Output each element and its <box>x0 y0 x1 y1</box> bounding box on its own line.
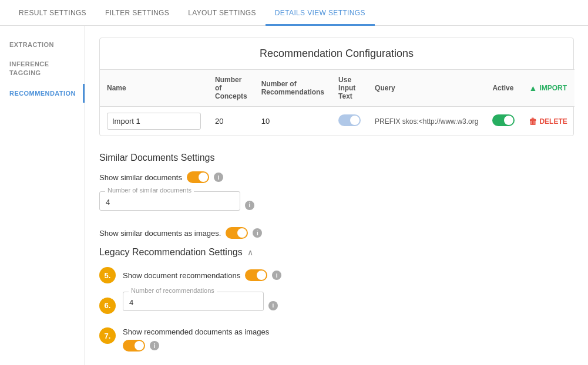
top-nav: RESULT SETTINGS FILTER SETTINGS LAYOUT S… <box>0 0 588 26</box>
show-similar-docs-images-info-icon[interactable]: i <box>253 228 262 238</box>
show-rec-images-group: Show recommended documents as images i <box>123 327 269 352</box>
show-similar-docs-toggle[interactable] <box>187 171 209 183</box>
num-rec-wrap: Number of recommendations <box>123 292 264 311</box>
num-similar-docs-info-icon[interactable]: i <box>245 201 254 210</box>
show-similar-docs-row: Show similar documents i <box>99 171 574 183</box>
main-content: Recommendation Configurations Name Numbe… <box>85 26 588 365</box>
col-concepts: Number ofConcepts <box>208 70 254 107</box>
sidebar-item-recommendation[interactable]: RECOMMENDATION <box>0 84 85 103</box>
col-query: Query <box>368 70 485 107</box>
num-rec-row: Number of recommendations i <box>123 292 278 319</box>
name-input[interactable] <box>107 113 201 130</box>
step7-badge: 7. <box>99 327 116 344</box>
legacy-title: Legacy Recommendation Settings <box>99 247 243 258</box>
num-rec-input[interactable] <box>123 292 264 311</box>
show-rec-images-label: Show recommended documents as images <box>123 327 269 336</box>
col-name: Name <box>100 70 208 107</box>
step6-row: 6. Number of recommendations i <box>99 292 574 319</box>
col-active: Active <box>485 70 522 107</box>
show-similar-docs-images-label: Show similar documents as images. <box>99 229 221 238</box>
import-icon: ▲ <box>529 83 537 93</box>
show-similar-docs-images-row: Show similar documents as images. i <box>99 227 574 239</box>
tab-result-settings[interactable]: RESULT SETTINGS <box>9 9 96 26</box>
step5-badge: 5. <box>99 267 116 283</box>
col-import-header: ▲ IMPORT <box>522 70 574 107</box>
rec-config-table: Name Number ofConcepts Number ofRecommen… <box>100 69 574 136</box>
col-recommendations: Number ofRecommendations <box>254 70 331 107</box>
similar-docs-section: Similar Documents Settings Show similar … <box>99 153 574 239</box>
num-similar-docs-row: Number of similar documents i <box>99 191 574 219</box>
tab-filter-settings[interactable]: FILTER SETTINGS <box>96 9 179 26</box>
tab-layout-settings[interactable]: LAYOUT SETTINGS <box>179 9 266 26</box>
legacy-rec-section: Legacy Recommendation Settings ∧ 5. Show… <box>99 247 574 352</box>
num-similar-docs-label: Number of similar documents <box>105 187 194 194</box>
similar-docs-title: Similar Documents Settings <box>99 153 574 163</box>
legacy-header: Legacy Recommendation Settings ∧ <box>99 247 574 258</box>
num-similar-docs-wrap: Number of similar documents <box>99 191 240 211</box>
show-rec-images-toggle[interactable] <box>123 340 145 352</box>
active-toggle[interactable] <box>492 114 515 126</box>
show-doc-rec-info-icon[interactable]: i <box>272 271 281 280</box>
row-recommendations-cell: 10 <box>254 107 331 136</box>
row-delete-cell: 🗑 DELETE <box>522 107 574 136</box>
step7-row: 7. Show recommended documents as images … <box>99 327 574 352</box>
show-doc-rec-label: Show document recommendations <box>123 271 240 280</box>
step6-badge: 6. <box>99 298 116 314</box>
num-similar-docs-input[interactable] <box>99 191 240 211</box>
show-rec-images-info-icon[interactable]: i <box>150 341 159 350</box>
sidebar: EXTRACTION INFERENCE TAGGING RECOMMENDAT… <box>0 26 85 365</box>
row-name-cell <box>100 107 208 136</box>
delete-icon: 🗑 <box>529 117 537 126</box>
use-input-text-toggle[interactable] <box>338 114 361 126</box>
show-similar-docs-info-icon[interactable]: i <box>214 173 223 182</box>
step5-row: 5. Show document recommendations i <box>99 267 574 283</box>
collapse-icon[interactable]: ∧ <box>247 248 253 257</box>
rec-config-section: Recommendation Configurations Name Numbe… <box>99 38 574 136</box>
col-use-input-text: Use Input Text <box>331 70 368 107</box>
show-doc-rec-toggle[interactable] <box>245 269 267 281</box>
import-button[interactable]: ▲ IMPORT <box>529 83 567 93</box>
row-concepts-cell: 20 <box>208 107 254 136</box>
sidebar-item-extraction[interactable]: EXTRACTION <box>0 35 85 54</box>
row-active-cell <box>485 107 522 136</box>
row-query-cell: PREFIX skos:<http://www.w3.org <box>368 107 485 136</box>
show-similar-docs-images-toggle[interactable] <box>226 227 248 239</box>
num-rec-info-icon[interactable]: i <box>268 301 278 310</box>
main-layout: EXTRACTION INFERENCE TAGGING RECOMMENDAT… <box>0 26 588 365</box>
tab-details-view-settings[interactable]: DETAILS VIEW SETTINGS <box>266 9 375 26</box>
show-similar-docs-label: Show similar documents <box>99 173 182 182</box>
rec-config-title: Recommendation Configurations <box>100 38 573 69</box>
delete-button[interactable]: 🗑 DELETE <box>529 117 567 126</box>
query-text: PREFIX skos:<http://www.w3.org <box>375 117 478 126</box>
row-use-input-text-cell <box>331 107 368 136</box>
num-rec-label: Number of recommendations <box>129 287 217 294</box>
table-row: 20 10 PREFIX skos:<http://www.w3.org <box>100 107 574 136</box>
sidebar-item-inference-tagging[interactable]: INFERENCE TAGGING <box>0 54 85 84</box>
show-doc-rec-row: Show document recommendations i <box>123 269 281 281</box>
